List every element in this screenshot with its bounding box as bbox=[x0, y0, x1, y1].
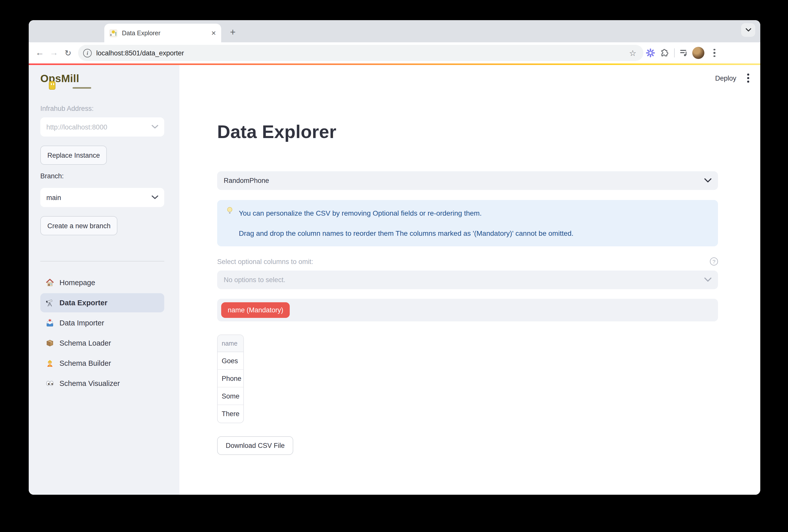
reload-button[interactable]: ↻ bbox=[61, 46, 75, 60]
address-bar[interactable]: i localhost:8501/data_exporter ☆ bbox=[78, 45, 644, 61]
profile-avatar[interactable] bbox=[691, 46, 705, 60]
column-pills-container: name (Mandatory) bbox=[217, 299, 718, 321]
inbox-tray-icon bbox=[46, 319, 54, 327]
sidebar-item-label: Homepage bbox=[59, 279, 95, 287]
tab-close-icon[interactable]: ✕ bbox=[211, 29, 216, 37]
table-row: Phone bbox=[218, 370, 243, 388]
eyes-icon bbox=[46, 379, 54, 388]
toolbar-divider bbox=[674, 48, 675, 57]
sidebar-item-schema-builder[interactable]: Schema Builder bbox=[40, 354, 164, 373]
chevron-down-icon bbox=[704, 178, 711, 183]
forward-button[interactable]: → bbox=[47, 46, 61, 60]
site-info-icon[interactable]: i bbox=[83, 48, 92, 57]
omit-columns-value: No options to select. bbox=[224, 276, 285, 284]
extension-burst-icon[interactable] bbox=[644, 46, 657, 60]
sidebar: OpsMill Infrahub Address: http://localho… bbox=[29, 65, 179, 495]
sidebar-item-label: Data Exporter bbox=[59, 299, 107, 307]
model-select-value: RandomPhone bbox=[224, 177, 269, 184]
sidebar-item-schema-loader[interactable]: Schema Loader bbox=[40, 334, 164, 353]
app-header: Deploy bbox=[715, 65, 760, 91]
info-line-1: You can personalize the CSV by removing … bbox=[239, 208, 710, 218]
branch-select[interactable]: main bbox=[40, 188, 164, 207]
main-area: Deploy Data Explorer Select which model … bbox=[179, 65, 760, 495]
info-box: You can personalize the CSV by removing … bbox=[217, 200, 718, 247]
sidebar-item-schema-visualizer[interactable]: Schema Visualizer bbox=[40, 374, 164, 393]
omit-columns-label: Select optional columns to omit: bbox=[217, 258, 313, 265]
sidebar-item-label: Schema Visualizer bbox=[59, 379, 120, 388]
avatar bbox=[692, 47, 704, 59]
media-controls-icon[interactable] bbox=[677, 46, 691, 60]
robot-mascot-icon bbox=[49, 81, 55, 90]
infrahub-address-select[interactable]: http://localhost:8000 bbox=[40, 117, 164, 137]
chevron-down-icon bbox=[704, 278, 711, 282]
browser-tab[interactable]: Data Explorer ✕ bbox=[104, 24, 221, 42]
house-icon bbox=[46, 279, 54, 287]
tab-search-button[interactable] bbox=[741, 23, 755, 37]
extensions-puzzle-icon[interactable] bbox=[657, 46, 672, 60]
desktop: Data Explorer ✕ + ← → ↻ i localhost:8501… bbox=[0, 0, 788, 532]
browser-toolbar: ← → ↻ i localhost:8501/data_exporter ☆ bbox=[29, 42, 760, 63]
chevron-down-icon bbox=[745, 28, 751, 32]
infrahub-address-value: http://localhost:8000 bbox=[46, 123, 107, 131]
branch-value: main bbox=[46, 194, 61, 201]
sidebar-item-label: Schema Loader bbox=[59, 339, 111, 347]
light-bulb-icon bbox=[226, 206, 234, 215]
sidebar-item-data-importer[interactable]: Data Importer bbox=[40, 313, 164, 333]
create-branch-button[interactable]: Create a new branch bbox=[40, 216, 118, 235]
table-row: Goes bbox=[218, 352, 243, 370]
sidebar-item-label: Data Importer bbox=[59, 319, 104, 327]
mandatory-column-pill[interactable]: name (Mandatory) bbox=[221, 302, 290, 318]
sidebar-item-homepage[interactable]: Homepage bbox=[40, 273, 164, 292]
opsmill-logo-text: OpsMill bbox=[40, 73, 79, 84]
sidebar-item-data-exporter[interactable]: Data Exporter bbox=[40, 293, 164, 312]
deploy-button[interactable]: Deploy bbox=[715, 74, 736, 82]
browser-window: Data Explorer ✕ + ← → ↻ i localhost:8501… bbox=[29, 20, 760, 495]
chevron-down-icon bbox=[152, 125, 158, 129]
sidebar-divider bbox=[40, 261, 164, 261]
new-tab-button[interactable]: + bbox=[226, 25, 240, 39]
tab-favicon-icon bbox=[109, 29, 117, 37]
construction-worker-icon bbox=[46, 359, 54, 367]
back-button[interactable]: ← bbox=[33, 46, 47, 60]
info-line-2: Drag and drop the column names to reorde… bbox=[239, 228, 710, 238]
omit-columns-select[interactable]: No options to select. bbox=[217, 271, 718, 289]
branch-label: Branch: bbox=[40, 172, 64, 180]
infrahub-address-label: Infrahub Address: bbox=[40, 105, 94, 112]
table-header-name: name bbox=[218, 335, 243, 352]
app-menu-icon[interactable] bbox=[747, 74, 749, 82]
browser-menu-icon[interactable] bbox=[708, 49, 721, 57]
url-text[interactable]: localhost:8501/data_exporter bbox=[96, 49, 629, 57]
app-content: OpsMill Infrahub Address: http://localho… bbox=[29, 65, 760, 495]
preview-table: name Goes Phone Some There bbox=[217, 335, 244, 423]
tab-title: Data Explorer bbox=[122, 29, 206, 37]
model-select[interactable]: RandomPhone bbox=[217, 171, 718, 190]
opsmill-logo: OpsMill bbox=[40, 73, 79, 85]
bookmark-star-icon[interactable]: ☆ bbox=[629, 48, 636, 58]
help-icon[interactable]: ? bbox=[710, 257, 718, 265]
package-icon bbox=[46, 339, 54, 347]
telescope-icon bbox=[46, 299, 54, 307]
page-title: Data Explorer bbox=[217, 121, 336, 142]
table-row: There bbox=[218, 405, 243, 423]
table-row: Some bbox=[218, 388, 243, 405]
logo-tagline bbox=[73, 87, 91, 88]
sidebar-item-label: Schema Builder bbox=[59, 359, 111, 367]
sidebar-nav: Homepage Data Exporter bbox=[40, 273, 164, 393]
download-csv-button[interactable]: Download CSV File bbox=[217, 436, 293, 455]
tab-strip: Data Explorer ✕ + bbox=[29, 20, 760, 42]
replace-instance-button[interactable]: Replace Instance bbox=[40, 145, 107, 165]
chevron-down-icon bbox=[152, 195, 158, 199]
